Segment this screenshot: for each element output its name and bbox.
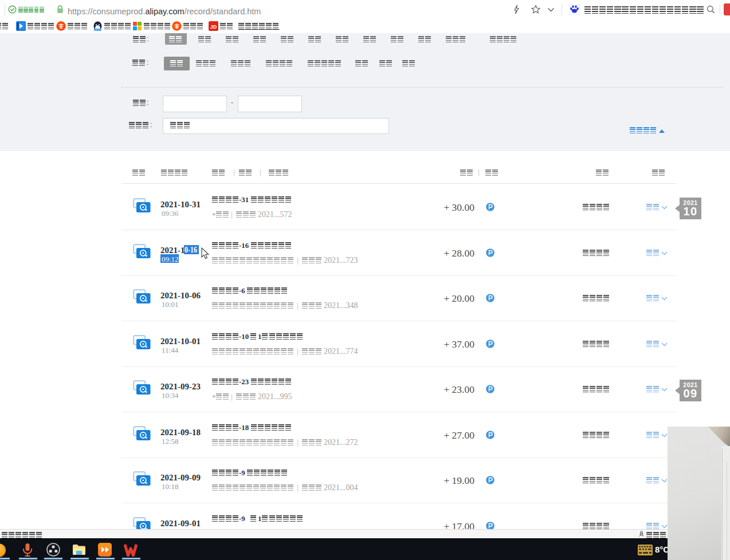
svg-text:JD: JD xyxy=(210,24,217,30)
